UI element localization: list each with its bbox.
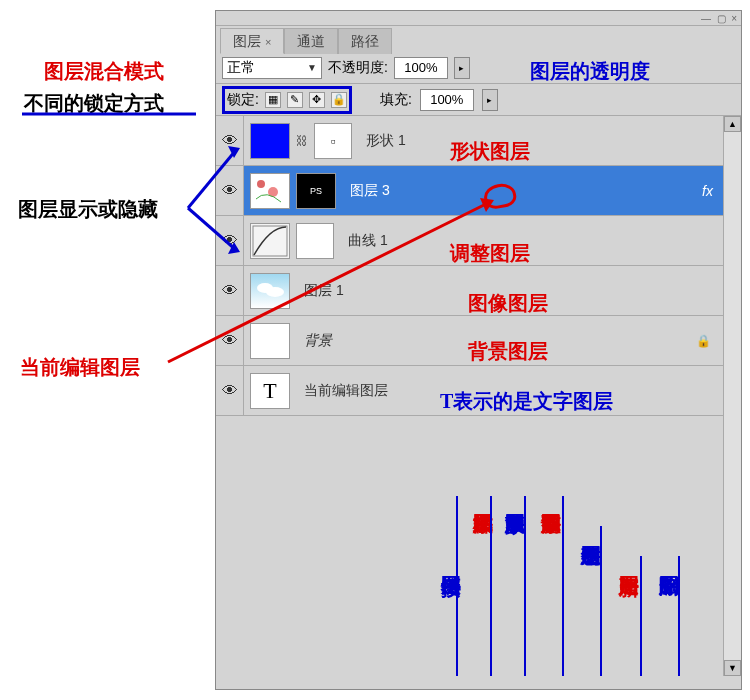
layer-thumbnail[interactable]: [250, 123, 290, 159]
layer-name-label[interactable]: 图层 3: [350, 182, 390, 200]
divider-line: [678, 556, 680, 676]
vector-mask-thumbnail[interactable]: ▫: [314, 123, 352, 159]
layer-thumbnail[interactable]: [250, 273, 290, 309]
layer-thumbnail[interactable]: [250, 323, 290, 359]
lock-position-icon[interactable]: ✥: [309, 92, 325, 108]
close-icon[interactable]: ×: [265, 36, 271, 48]
smart-object-icon: PS: [296, 173, 336, 209]
divider-line: [600, 526, 602, 676]
divider-line: [524, 496, 526, 676]
svg-rect-2: [253, 226, 287, 256]
layer-mask-thumbnail[interactable]: [296, 223, 334, 259]
svg-point-4: [266, 287, 284, 297]
tab-layers[interactable]: 图层×: [220, 28, 284, 54]
annotation-text-layer: T表示的是文字图层: [440, 388, 613, 415]
tab-paths[interactable]: 路径: [338, 28, 392, 54]
ps-badge: PS: [310, 186, 322, 196]
tab-channels[interactable]: 通道: [284, 28, 338, 54]
fill-stepper[interactable]: ▸: [482, 89, 498, 111]
opacity-label: 不透明度:: [328, 59, 388, 77]
blend-mode-value: 正常: [227, 59, 255, 77]
lock-icon: 🔒: [696, 334, 711, 348]
lock-section-highlight: 锁定: ▦ ✎ ✥ 🔒: [222, 86, 352, 114]
panel-tabs: 图层× 通道 路径: [216, 26, 741, 52]
layer-name-label[interactable]: 当前编辑图层: [304, 382, 388, 400]
link-icon: ⛓: [296, 134, 308, 148]
scroll-down-button[interactable]: ▼: [724, 660, 741, 676]
annotation-shape-layer: 形状图层: [450, 138, 530, 165]
scroll-up-button[interactable]: ▲: [724, 116, 741, 132]
lock-row: 锁定: ▦ ✎ ✥ 🔒 填充: 100% ▸: [216, 84, 741, 116]
layer-name-label[interactable]: 曲线 1: [348, 232, 388, 250]
divider-line: [562, 496, 564, 676]
eye-icon[interactable]: 👁: [222, 232, 238, 250]
adjust-thumbnail[interactable]: [250, 223, 290, 259]
fill-input[interactable]: 100%: [420, 89, 474, 111]
layer-name-label[interactable]: 图层 1: [304, 282, 344, 300]
options-row: 正常 ▼ 不透明度: 100% ▸: [216, 52, 741, 84]
annotation-bg-layer: 背景图层: [468, 338, 548, 365]
panel-titlebar: — ▢ ×: [216, 11, 741, 26]
annotation-blend-mode: 图层混合模式: [44, 58, 164, 85]
divider-line: [640, 556, 642, 676]
fx-badge[interactable]: fx: [702, 183, 713, 199]
opacity-stepper[interactable]: ▸: [454, 57, 470, 79]
annotation-image-layer: 图像图层: [468, 290, 548, 317]
tab-layers-label: 图层: [233, 33, 261, 49]
text-layer-icon[interactable]: T: [250, 373, 290, 409]
lock-label: 锁定:: [227, 91, 259, 109]
lock-transparent-icon[interactable]: ▦: [265, 92, 281, 108]
lock-all-icon[interactable]: 🔒: [331, 92, 347, 108]
layer-row-selected[interactable]: 👁 PS 图层 3 fx ▾: [216, 166, 741, 216]
svg-point-0: [257, 180, 265, 188]
annotation-lock-methods: 不同的锁定方式: [24, 90, 164, 117]
layer-name-label[interactable]: 背景: [304, 332, 332, 350]
divider-line: [456, 496, 458, 676]
annotation-visibility: 图层显示或隐藏: [18, 196, 158, 223]
lock-pixels-icon[interactable]: ✎: [287, 92, 303, 108]
chevron-down-icon: ▼: [307, 62, 317, 73]
layer-name-label[interactable]: 形状 1: [366, 132, 406, 150]
vertical-scrollbar[interactable]: ▲ ▼: [723, 116, 741, 676]
eye-icon[interactable]: 👁: [222, 132, 238, 150]
divider-line: [490, 496, 492, 676]
opacity-input[interactable]: 100%: [394, 57, 448, 79]
annotation-current-edit: 当前编辑图层: [20, 354, 140, 381]
eye-icon[interactable]: 👁: [222, 182, 238, 200]
blend-mode-select[interactable]: 正常 ▼: [222, 57, 322, 79]
window-controls[interactable]: — ▢ ×: [701, 13, 737, 24]
fill-label: 填充:: [380, 91, 412, 109]
eye-icon[interactable]: 👁: [222, 382, 238, 400]
eye-icon[interactable]: 👁: [222, 332, 238, 350]
annotation-opacity: 图层的透明度: [530, 58, 650, 85]
annotation-adjust-layer: 调整图层: [450, 240, 530, 267]
layer-thumbnail[interactable]: [250, 173, 290, 209]
eye-icon[interactable]: 👁: [222, 282, 238, 300]
